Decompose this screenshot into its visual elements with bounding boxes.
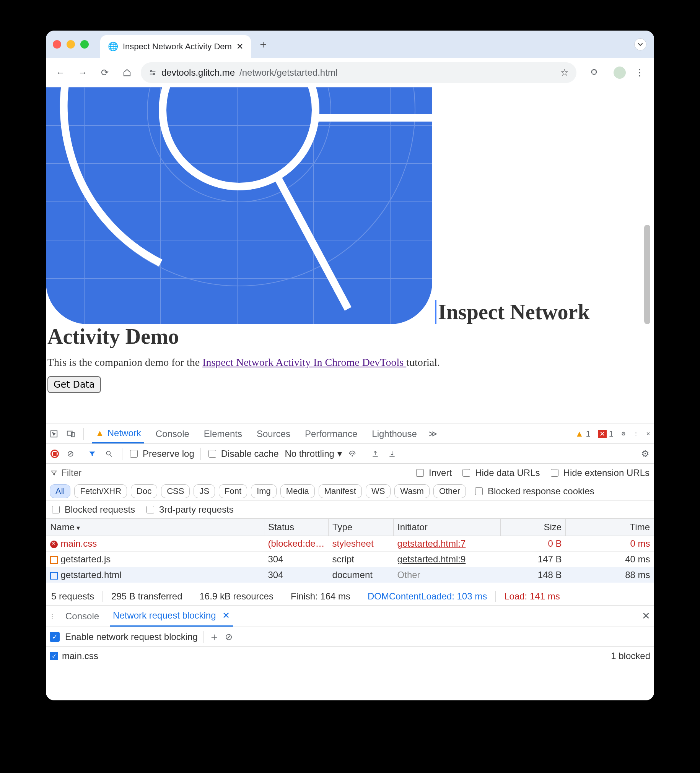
tab-console[interactable]: Console bbox=[153, 425, 193, 443]
col-status[interactable]: Status bbox=[264, 519, 329, 536]
table-row[interactable]: main.css (blocked:de… stylesheet getstar… bbox=[46, 536, 654, 552]
network-settings-icon[interactable]: ⚙ bbox=[641, 449, 649, 459]
table-header-row[interactable]: Name Status Type Initiator Size Time bbox=[46, 519, 654, 536]
pill-doc[interactable]: Doc bbox=[131, 484, 157, 498]
status-domcontentloaded: DOMContentLoaded: 103 ms bbox=[367, 591, 487, 602]
disable-cache-checkbox[interactable]: Disable cache bbox=[207, 449, 279, 459]
invert-checkbox[interactable]: Invert bbox=[415, 467, 452, 478]
pill-all[interactable]: All bbox=[50, 484, 70, 498]
pattern-text: main.css bbox=[62, 651, 98, 661]
kebab-menu-icon[interactable]: ⋮ bbox=[633, 431, 638, 437]
chrome-menu-button[interactable]: ⋮ bbox=[631, 64, 648, 81]
page-scrollbar[interactable] bbox=[644, 225, 650, 324]
globe-icon: 🌐 bbox=[108, 42, 118, 52]
extensions-button[interactable] bbox=[586, 64, 603, 81]
table-row[interactable]: getstarted.js 304 script getstarted.html… bbox=[46, 552, 654, 567]
forward-button[interactable]: → bbox=[74, 64, 91, 81]
warning-count[interactable]: ▲1 bbox=[575, 429, 591, 439]
enable-blocking-label: Enable network request blocking bbox=[65, 632, 198, 642]
hide-extension-urls-checkbox[interactable]: Hide extension URLs bbox=[549, 467, 649, 478]
third-party-checkbox[interactable]: 3rd-party requests bbox=[145, 504, 234, 515]
close-window-button[interactable] bbox=[53, 40, 61, 49]
col-name[interactable]: Name bbox=[46, 519, 264, 536]
clear-icon[interactable]: ⊘ bbox=[65, 449, 76, 459]
pill-other[interactable]: Other bbox=[433, 484, 466, 498]
settings-icon[interactable]: ⚙ bbox=[621, 431, 626, 437]
toolbar-divider bbox=[608, 66, 608, 79]
page-heading-part1: Inspect Network bbox=[435, 300, 590, 324]
pill-font[interactable]: Font bbox=[219, 484, 247, 498]
remove-all-icon[interactable]: ⊘ bbox=[225, 632, 232, 642]
filter-toggle-icon[interactable] bbox=[88, 450, 99, 457]
error-count[interactable]: ✕1 bbox=[598, 429, 614, 439]
close-tab-icon[interactable]: ✕ bbox=[222, 610, 230, 620]
col-type[interactable]: Type bbox=[329, 519, 394, 536]
get-data-button[interactable]: Get Data bbox=[48, 376, 101, 393]
status-load: Load: 141 ms bbox=[504, 591, 560, 602]
filter-input[interactable]: Filter bbox=[51, 467, 81, 478]
tab-network[interactable]: ▲ Network bbox=[92, 424, 144, 444]
record-button[interactable] bbox=[51, 450, 59, 458]
blocked-requests-checkbox[interactable]: Blocked requests bbox=[51, 504, 135, 515]
warning-triangle-icon: ▲ bbox=[575, 429, 584, 439]
pattern-checkbox[interactable]: ✓ bbox=[50, 652, 58, 660]
tab-performance[interactable]: Performance bbox=[302, 425, 360, 443]
pill-img[interactable]: Img bbox=[251, 484, 277, 498]
blocking-pattern-row[interactable]: ✓ main.css 1 blocked bbox=[46, 647, 654, 665]
search-icon[interactable] bbox=[105, 450, 116, 457]
site-settings-icon[interactable] bbox=[148, 68, 157, 77]
tab-lighthouse[interactable]: Lighthouse bbox=[369, 425, 420, 443]
tab-sources[interactable]: Sources bbox=[254, 425, 293, 443]
download-har-icon[interactable] bbox=[388, 450, 399, 457]
hide-data-urls-checkbox[interactable]: Hide data URLs bbox=[461, 467, 540, 478]
pill-media[interactable]: Media bbox=[280, 484, 315, 498]
new-tab-button[interactable]: ＋ bbox=[258, 37, 268, 52]
tab-list-button[interactable] bbox=[634, 38, 646, 51]
back-button[interactable]: ← bbox=[52, 64, 69, 81]
preserve-log-checkbox[interactable]: Preserve log bbox=[128, 449, 194, 459]
browser-tab[interactable]: 🌐 Inspect Network Activity Dem ✕ bbox=[100, 35, 251, 58]
device-mode-icon[interactable] bbox=[67, 430, 75, 438]
more-tabs-icon[interactable]: ≫ bbox=[428, 429, 437, 439]
drawer-menu-icon[interactable]: ⋮ bbox=[50, 613, 55, 619]
network-conditions-icon[interactable] bbox=[348, 450, 359, 458]
pill-manifest[interactable]: Manifest bbox=[319, 484, 362, 498]
extra-filters: Blocked requests 3rd-party requests bbox=[46, 501, 654, 518]
close-devtools-icon[interactable]: ✕ bbox=[646, 431, 650, 437]
maximize-window-button[interactable] bbox=[80, 40, 89, 49]
bookmark-icon[interactable]: ☆ bbox=[560, 67, 569, 78]
profile-avatar[interactable] bbox=[614, 66, 626, 79]
table-row[interactable]: getstarted.html 304 document Other 148 B… bbox=[46, 567, 654, 583]
home-button[interactable] bbox=[119, 64, 135, 81]
pill-js[interactable]: JS bbox=[194, 484, 215, 498]
tab-elements[interactable]: Elements bbox=[201, 425, 245, 443]
pill-fetch[interactable]: Fetch/XHR bbox=[74, 484, 127, 498]
blocked-cookies-checkbox[interactable]: Blocked response cookies bbox=[474, 486, 595, 497]
minimize-window-button[interactable] bbox=[67, 40, 75, 49]
add-pattern-icon[interactable]: ＋ bbox=[209, 630, 219, 644]
requests-table: Name Status Type Initiator Size Time mai… bbox=[46, 518, 654, 587]
enable-blocking-checkbox[interactable]: ✓ bbox=[50, 632, 60, 642]
reload-button[interactable]: ⟳ bbox=[96, 64, 113, 81]
close-drawer-icon[interactable]: ✕ bbox=[642, 610, 650, 622]
upload-har-icon[interactable] bbox=[371, 450, 382, 457]
throttling-select[interactable]: No throttling▾ bbox=[285, 449, 342, 459]
pill-css[interactable]: CSS bbox=[161, 484, 190, 498]
drawer-tab-console[interactable]: Console bbox=[63, 606, 102, 626]
pill-wasm[interactable]: Wasm bbox=[394, 484, 430, 498]
col-time[interactable]: Time bbox=[566, 519, 654, 536]
col-initiator[interactable]: Initiator bbox=[394, 519, 501, 536]
para-text-after: tutorial. bbox=[406, 356, 440, 368]
page-heading-part2: Activity Demo bbox=[48, 324, 179, 348]
svg-line-20 bbox=[110, 454, 112, 456]
drawer-tab-blocking[interactable]: Network request blocking ✕ bbox=[110, 605, 233, 627]
close-tab-icon[interactable]: ✕ bbox=[236, 42, 243, 52]
address-bar[interactable]: devtools.glitch.me/network/getstarted.ht… bbox=[141, 62, 576, 83]
tutorial-link[interactable]: Inspect Network Activity In Chrome DevTo… bbox=[203, 356, 406, 368]
col-size[interactable]: Size bbox=[501, 519, 566, 536]
tab-network-label: Network bbox=[107, 428, 141, 439]
para-text-before: This is the companion demo for the bbox=[48, 356, 203, 368]
tab-title: Inspect Network Activity Dem bbox=[123, 42, 232, 52]
pill-ws[interactable]: WS bbox=[366, 484, 390, 498]
inspect-icon[interactable] bbox=[50, 430, 58, 438]
